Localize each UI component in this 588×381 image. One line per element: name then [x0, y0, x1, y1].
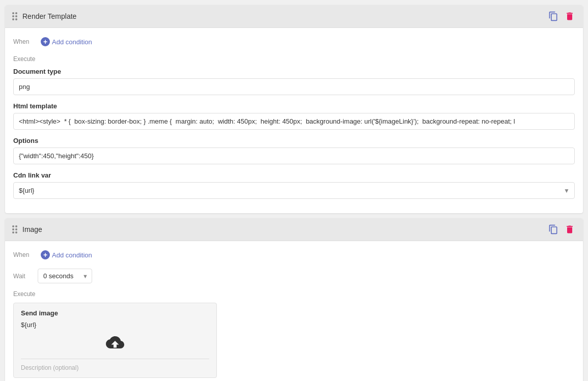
image-add-condition-button[interactable]: + Add condition: [38, 248, 95, 261]
document-type-group: Document type: [13, 68, 575, 95]
copy-button[interactable]: [547, 10, 559, 22]
render-template-title: Render Template: [22, 12, 76, 20]
wait-select-wrapper: 0 seconds 1 seconds 2 seconds 5 seconds …: [38, 269, 92, 283]
image-when-label: When: [13, 251, 34, 258]
delete-button[interactable]: [564, 10, 576, 22]
image-when-row: When + Add condition: [13, 248, 575, 261]
add-condition-button-top[interactable]: + Add condition: [38, 35, 95, 48]
image-add-icon: +: [41, 250, 50, 259]
add-icon: +: [41, 37, 50, 46]
image-execute-label: Execute: [13, 290, 575, 298]
image-copy-button[interactable]: [547, 223, 559, 236]
document-type-input[interactable]: [13, 78, 575, 95]
document-type-label: Document type: [13, 68, 575, 75]
render-template-body: When + Add condition Execute Document ty…: [5, 28, 583, 213]
upload-svg: [106, 335, 124, 350]
cloud-upload-icon[interactable]: [106, 335, 124, 354]
cdn-link-select[interactable]: ${url} ${imageLink} ${other}: [13, 182, 575, 199]
html-template-label: Html template: [13, 102, 575, 110]
image-add-condition-label: Add condition: [52, 251, 92, 259]
image-header-left: Image: [12, 225, 42, 233]
add-condition-label: Add condition: [52, 38, 92, 46]
header-actions: [547, 10, 576, 22]
delete-icon: [565, 11, 575, 21]
image-body: When + Add condition Wait 0 seconds 1 se…: [5, 241, 583, 381]
image-delete-button[interactable]: [564, 223, 576, 236]
image-header: Image: [5, 218, 583, 241]
render-template-header: Render Template: [5, 5, 583, 28]
wait-row: Wait 0 seconds 1 seconds 2 seconds 5 sec…: [13, 269, 575, 283]
html-template-input[interactable]: [13, 113, 575, 130]
description-placeholder[interactable]: Description (optional): [21, 359, 209, 371]
cdn-link-group: Cdn link var ${url} ${imageLink} ${other…: [13, 171, 575, 199]
image-copy-icon: [548, 224, 558, 235]
upload-icon-area: [21, 335, 209, 354]
image-drag-handle[interactable]: [12, 225, 17, 233]
drag-handle[interactable]: [12, 12, 17, 20]
image-title: Image: [22, 225, 42, 233]
page-container: Render Template When: [0, 0, 588, 381]
options-label: Options: [13, 137, 575, 144]
wait-label: Wait: [13, 273, 34, 280]
send-image-card: Send image ${url} Description (optional): [13, 303, 217, 378]
image-header-actions: [547, 223, 576, 236]
execute-label: Execute: [13, 55, 575, 63]
when-row: When + Add condition: [13, 35, 575, 48]
cdn-link-select-wrapper: ${url} ${imageLink} ${other} ▼: [13, 182, 575, 199]
send-image-title: Send image: [21, 309, 209, 317]
send-image-value: ${url}: [21, 321, 209, 329]
header-left: Render Template: [12, 12, 76, 20]
html-template-group: Html template: [13, 102, 575, 130]
when-label: When: [13, 38, 34, 45]
wait-select[interactable]: 0 seconds 1 seconds 2 seconds 5 seconds …: [38, 269, 92, 283]
copy-icon: [548, 11, 558, 21]
options-group: Options: [13, 137, 575, 164]
options-input[interactable]: [13, 148, 575, 164]
cdn-link-label: Cdn link var: [13, 171, 575, 179]
image-card: Image When +: [5, 218, 583, 381]
image-delete-icon: [565, 224, 575, 235]
render-template-card: Render Template When: [5, 5, 583, 213]
